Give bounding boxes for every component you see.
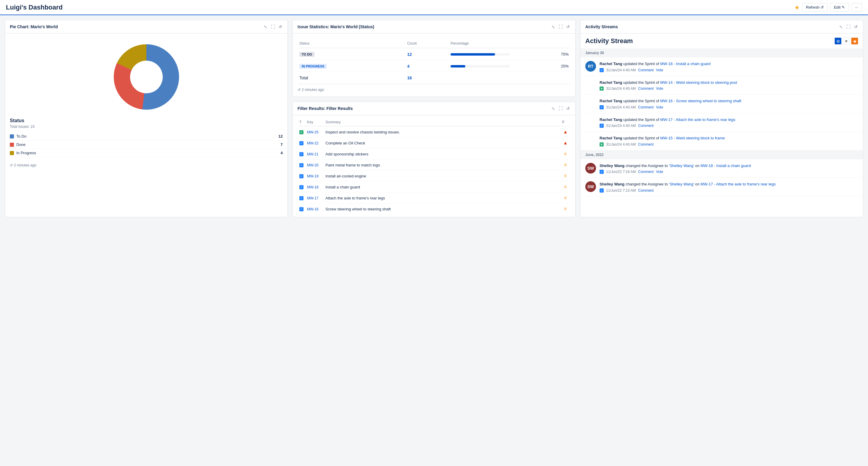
pie-expand-icon[interactable]: ⛶ xyxy=(270,24,276,30)
activity-expand-icon[interactable]: ⛶ xyxy=(846,24,851,30)
activity-story-icon: ● xyxy=(599,142,604,147)
issue-stats-refresh-icon[interactable]: ↺ xyxy=(566,24,570,30)
issue-count-cell: 12 xyxy=(406,49,449,60)
activity-item: Rachel Tang updated the Sprint of MW-15 … xyxy=(581,132,863,150)
pie-chart-widget: Pie Chart: Mario's World ⤡ ⛶ ↺ Status To… xyxy=(5,20,288,217)
legend-item-count: 7 xyxy=(281,142,283,147)
priority-icon: ≡ xyxy=(564,151,566,156)
filter-table-row: ✓ MW-20 Paint metal frame to match logo … xyxy=(298,160,570,170)
activity-issue-link[interactable]: MW-18 - Install a chain guard xyxy=(701,164,751,168)
legend-item-count: 12 xyxy=(279,134,283,139)
activity-link[interactable]: 'Shelley Wang' xyxy=(669,182,694,186)
issue-stats-collapse-icon[interactable]: ⤡ xyxy=(551,24,556,30)
filter-expand-icon[interactable]: ⛶ xyxy=(558,106,563,112)
activity-collapse-icon[interactable]: ⤡ xyxy=(839,24,843,30)
activity-content: Rachel Tang updated the Sprint of MW-16 … xyxy=(599,98,858,109)
filter-key-cell: MW-19 xyxy=(306,171,324,181)
task-icon: ✓ xyxy=(299,207,304,211)
issue-stats-expand-icon[interactable]: ⛶ xyxy=(558,24,563,30)
task-icon: ✓ xyxy=(299,141,304,145)
activity-time: 31/Jan/24 4:40 AM xyxy=(606,124,636,128)
activity-time: 31/Jan/24 4:40 AM xyxy=(606,68,636,72)
activity-list-view-icon[interactable]: ≡ xyxy=(843,37,850,45)
avatar: SW xyxy=(585,163,596,174)
issue-count-link[interactable]: 4 xyxy=(407,64,409,69)
activity-story-icon: ● xyxy=(599,86,604,91)
issue-key-link[interactable]: MW-17 xyxy=(307,196,318,200)
activity-action-comment[interactable]: Comment xyxy=(638,170,654,174)
filter-table-row: ✓ MW-18 Install a chain guard ≡ xyxy=(298,182,570,192)
activity-action-comment[interactable]: Comment xyxy=(638,86,654,91)
pie-chart-title: Pie Chart: Mario's World xyxy=(10,24,58,29)
pie-legend-subtitle: Total Issues: 23 xyxy=(10,124,283,129)
activity-item: Rachel Tang updated the Sprint of MW-17 … xyxy=(581,113,863,132)
status-badge: TO DO xyxy=(299,52,314,57)
activity-link[interactable]: MW-17 - Attach the axle to frame's rear … xyxy=(660,117,735,122)
activity-action-vote[interactable]: Vote xyxy=(656,170,663,174)
activity-action-comment[interactable]: Comment xyxy=(638,105,654,109)
activity-content: Rachel Tang updated the Sprint of MW-18 … xyxy=(599,61,858,72)
filter-summary-cell: Install air-cooled engine xyxy=(324,171,560,181)
issue-key-link[interactable]: MW-16 xyxy=(307,207,318,211)
activity-text: Shelley Wang changed the Assignee to 'Sh… xyxy=(599,181,858,187)
legend-item-label: In Progress xyxy=(16,151,36,155)
activity-grid-view-icon[interactable]: ⊞ xyxy=(834,37,842,45)
legend-item: Done 7 xyxy=(10,141,283,149)
activity-text: Rachel Tang updated the Sprint of MW-14 … xyxy=(599,80,858,86)
issue-key-link[interactable]: MW-19 xyxy=(307,174,318,178)
priority-icon: ≡ xyxy=(564,173,566,178)
total-count[interactable]: 16 xyxy=(407,76,412,80)
activity-refresh-icon[interactable]: ↺ xyxy=(854,24,858,30)
filter-table-row: ✓ MW-22 Complete an Oil Check ▲ xyxy=(298,138,570,148)
activity-link[interactable]: MW-16 - Screw steering wheel to steering… xyxy=(660,99,741,103)
activity-action-vote[interactable]: Vote xyxy=(656,105,663,109)
activity-item: Rachel Tang updated the Sprint of MW-14 … xyxy=(581,76,863,95)
issue-key-link[interactable]: MW-22 xyxy=(307,141,318,145)
activity-action-vote[interactable]: Vote xyxy=(656,68,663,72)
pie-refresh-icon[interactable]: ↺ xyxy=(278,24,283,30)
issue-refresh-icon: ↺ xyxy=(298,88,301,92)
activity-content: Shelley Wang changed the Assignee to 'Sh… xyxy=(599,163,858,174)
activity-link[interactable]: 'Shelley Wang' xyxy=(669,164,694,168)
activity-link[interactable]: MW-15 - Weld steering block to frame xyxy=(660,136,725,140)
progress-bar-container xyxy=(451,53,510,56)
activity-meta: ✓ 31/Jan/24 4:40 AM Comment xyxy=(599,124,858,128)
pie-collapse-icon[interactable]: ⤡ xyxy=(263,24,268,30)
pie-chart-content: Status Total Issues: 23 To Do 12 Done 7 … xyxy=(5,34,287,172)
activity-content: Rachel Tang updated the Sprint of MW-14 … xyxy=(599,80,858,91)
col-status: Status xyxy=(298,39,405,48)
issue-summary: Install a chain guard xyxy=(326,185,360,189)
issue-key-link[interactable]: MW-18 xyxy=(307,185,318,189)
star-button[interactable]: ★ xyxy=(794,4,800,11)
activity-action-comment[interactable]: Comment xyxy=(638,188,654,193)
issue-key-link[interactable]: MW-21 xyxy=(307,152,318,156)
edit-button[interactable]: Edit ✎ xyxy=(830,3,849,11)
more-button[interactable]: ··· xyxy=(851,3,862,11)
activity-stream-header: Activity Stream ⊞ ≡ ◉ xyxy=(581,34,863,49)
issue-key-link[interactable]: MW-20 xyxy=(307,163,318,167)
filter-collapse-icon[interactable]: ⤡ xyxy=(551,106,556,112)
filter-key-cell: MW-21 xyxy=(306,149,324,159)
issue-count-link[interactable]: 12 xyxy=(407,52,412,57)
activity-meta: ✓ 11/Jun/22 7:15 AM Comment xyxy=(599,188,858,193)
activity-rss-icon[interactable]: ◉ xyxy=(851,37,858,45)
activity-date-header: January 30 xyxy=(581,49,863,57)
filter-priority-cell: ≡ xyxy=(561,182,570,192)
progress-bar-container xyxy=(451,65,510,67)
filter-priority-cell: ≡ xyxy=(561,160,570,170)
filter-summary-cell: Paint metal frame to match logo xyxy=(324,160,560,170)
refresh-button[interactable]: Refresh ↺ xyxy=(802,3,828,11)
pie-refresh-icon-small: ↺ xyxy=(10,163,13,167)
activity-link[interactable]: MW-18 - Install a chain guard xyxy=(660,61,711,66)
activity-action-comment[interactable]: Comment xyxy=(638,142,654,147)
issue-refresh-time: ↺ 2 minutes ago xyxy=(298,84,570,92)
activity-action-comment[interactable]: Comment xyxy=(638,124,654,128)
issue-stats-content: Status Count Percentage TO DO 12 75% xyxy=(293,34,575,96)
activity-link[interactable]: MW-14 - Weld steering block to steering … xyxy=(660,80,737,85)
activity-issue-link[interactable]: MW-17 - Attach the axle to frame's rear … xyxy=(701,182,776,186)
filter-refresh-icon[interactable]: ↺ xyxy=(566,106,570,112)
issue-stats-header: Issue Statistics: Mario's World (Status)… xyxy=(293,20,575,34)
issue-key-link[interactable]: MW-25 xyxy=(307,130,318,134)
activity-action-vote[interactable]: Vote xyxy=(656,86,663,91)
activity-action-comment[interactable]: Comment xyxy=(638,68,654,72)
